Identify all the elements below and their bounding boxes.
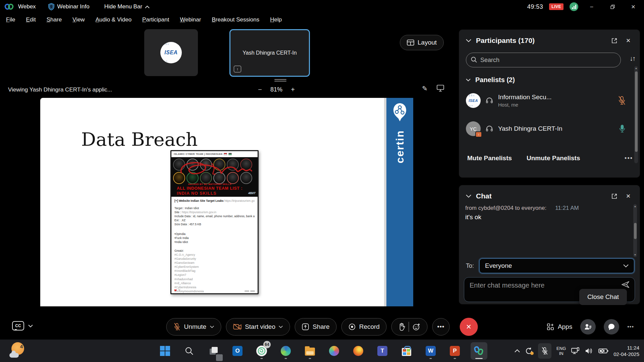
tray-chevron-up-icon[interactable] [515,349,520,353]
hacker-logo-collage: HACKED BY NO WATCHING SKILLS ALL INDONES… [171,157,258,197]
zoom-out-button[interactable]: − [256,85,264,94]
taskbar-item-firefox[interactable] [350,342,367,360]
menu-bar: FileEditShareViewAudio & VideoParticipan… [0,14,644,25]
menu-item[interactable]: Webinar [180,16,201,23]
menu-item[interactable]: Help [270,16,282,23]
panelists-more-icon[interactable]: ••• [625,155,633,162]
mic-on-icon[interactable] [618,124,626,134]
hashtag-line: #AnonBlackFlag [174,269,255,273]
video-tile-active-speaker[interactable]: Yash Dhingra CERT-In ↑ [229,29,310,77]
chevron-down-icon[interactable] [279,325,283,328]
heart-icon: ❤ [174,289,177,292]
send-message-icon[interactable] [621,281,630,288]
participants-search-input[interactable] [466,53,621,67]
zoom-in-button[interactable]: + [288,85,297,94]
filmstrip-resize-handle[interactable] [274,78,286,82]
cast-display-icon[interactable] [571,347,580,355]
record-icon [348,323,356,330]
chat-scrollbar[interactable]: ▲ ▼ [633,204,637,257]
record-button[interactable]: Record [341,318,387,336]
taskbar-item-file-explorer[interactable] [302,342,318,360]
panelist-row[interactable]: YC ↑ Yash Dhingra CERT-In [466,118,626,140]
chat-recipient-select[interactable]: Everyone [479,258,634,273]
unmute-panelists-button[interactable]: Unmute Panelists [527,155,580,162]
chevron-down-icon[interactable] [210,325,214,328]
hide-menu-bar-button[interactable]: Hide Menu Bar [104,3,150,10]
unmute-button[interactable]: Unmute [166,318,221,336]
cc-icon: CC [12,321,24,330]
taskbar-item-edge[interactable] [277,342,294,360]
chat-message-input[interactable] [464,278,604,289]
collapse-chevron-icon[interactable] [466,194,471,198]
language-indicator[interactable]: ENG IN [556,346,566,356]
weather-widget[interactable]: 4 [9,342,25,359]
menu-item[interactable]: Share [47,16,62,23]
annotate-icon[interactable]: ✎ [422,84,428,93]
menu-item[interactable]: File [6,16,15,23]
leave-meeting-button[interactable]: ✕ [460,318,478,336]
video-tile-host[interactable]: ISEA [144,29,198,76]
taskbar-search-button[interactable] [181,342,198,360]
chevron-down-icon[interactable] [28,324,33,327]
panelists-chevron-icon[interactable] [466,78,471,81]
taskbar-item-powerpoint[interactable]: P [446,342,463,360]
close-chat-icon[interactable]: ✕ [624,191,633,201]
panelist-row[interactable]: ISEA Information Secu... Host, me [466,89,626,112]
taskbar-item-outlook[interactable]: O [229,342,246,360]
menu-item[interactable]: View [72,16,85,23]
chat-toggle-button[interactable] [604,319,619,335]
mute-panelists-button[interactable]: Mute Panelists [467,155,512,162]
task-view-button[interactable] [205,342,222,360]
menu-item[interactable]: Participant [142,16,169,23]
raise-hand-icon[interactable] [398,323,405,331]
mic-muted-icon[interactable] [618,96,626,106]
hashtag-line: #C.O.A_Agency [174,253,255,257]
participants-scrollbar[interactable]: ▲ [634,66,638,163]
more-options-button[interactable]: ••• [432,318,449,336]
chat-bubble-icon [607,323,615,331]
reactions-emoji-icon[interactable] [412,323,420,331]
display-options-icon[interactable] [436,84,444,92]
controls-overflow-icon[interactable]: ••• [627,324,634,330]
start-video-button[interactable]: Start video [226,318,290,336]
popout-chat-icon[interactable] [609,191,619,201]
menu-item[interactable]: Audio & Video [96,16,131,23]
post-detail-line: Site : https://tripuratourism.gov.in [174,210,255,214]
hashtag-line: #CyberIndonesia [174,285,255,289]
scrollbar-thumb[interactable] [634,223,637,239]
layout-button[interactable]: Layout [400,35,444,50]
taskbar-item-word[interactable]: W [422,342,439,360]
search-icon [185,347,194,355]
participants-toggle-button[interactable] [580,319,596,335]
apps-button[interactable]: Apps [546,323,572,331]
collapse-chevron-icon[interactable] [466,39,471,42]
live-badge: LIVE [549,3,564,10]
menu-item[interactable]: Edit [26,16,36,23]
scrollbar-thumb[interactable] [635,71,638,152]
sync-status-icon[interactable] [525,347,533,355]
close-participants-icon[interactable]: ✕ [624,36,633,45]
taskbar-item-webex-active[interactable] [471,342,487,360]
taskbar-clock[interactable]: 11:24 02-04-2025 [613,345,639,357]
minimize-button[interactable]: – [584,1,599,12]
participants-panel: Participants (170) ✕ ↓↑ Panelists (2) IS… [459,29,640,178]
sort-participants-icon[interactable]: ↓↑ [630,55,635,62]
close-window-button[interactable]: ✕ [626,1,641,12]
share-button[interactable]: Share [295,318,337,336]
popout-panel-icon[interactable] [609,36,619,45]
tray-mic-muted-button[interactable] [538,343,551,359]
zoom-level[interactable]: 81% [270,86,282,93]
volume-icon[interactable] [585,347,593,355]
reactions-button-group[interactable] [391,318,428,336]
menu-item[interactable]: Breakout Sessions [212,16,259,23]
taskbar-item-store[interactable] [398,342,415,360]
restore-button[interactable] [605,1,620,12]
taskbar-item-teams[interactable]: T [374,342,391,360]
webinar-info-button[interactable]: Webinar Info [48,3,90,10]
battery-icon[interactable] [598,348,608,354]
start-button[interactable] [157,342,173,360]
taskbar-item-whatsapp[interactable]: 64 [253,342,270,360]
captions-button[interactable]: CC [12,321,33,330]
taskbar-item-copilot[interactable] [326,342,342,360]
meeting-stats-icon[interactable] [570,2,578,11]
